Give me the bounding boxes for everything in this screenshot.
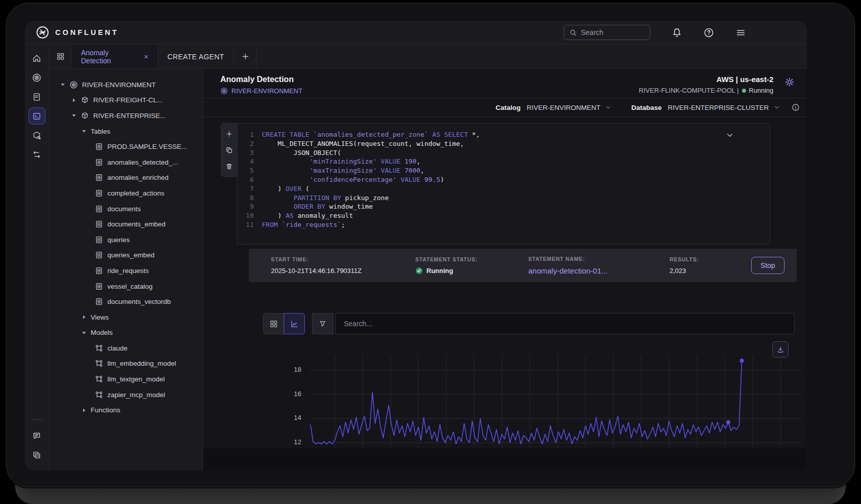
close-tab-icon[interactable]: × xyxy=(144,52,148,61)
tree-item-river-enterprise[interactable]: RIVER-ENTERPRISE... xyxy=(49,108,203,124)
tree-item-river-environment[interactable]: RIVER-ENVIRONMENT xyxy=(49,77,203,93)
tree-item-llm-textgen-model[interactable]: llm_textgen_model xyxy=(49,371,203,387)
breadcrumb-environment[interactable]: RIVER-ENVIRONMENT xyxy=(220,87,302,95)
info-icon[interactable] xyxy=(792,103,800,111)
tree-item-claude[interactable]: claude xyxy=(49,340,203,356)
table-icon xyxy=(95,189,103,198)
catalog-select[interactable]: RIVER-ENVIRONMENT xyxy=(527,104,612,111)
tab-create-agent[interactable]: CREATE AGENT xyxy=(158,45,234,68)
tree-item-views[interactable]: Views xyxy=(49,309,203,325)
caret-down-icon[interactable] xyxy=(82,330,87,335)
catalog-database-bar: Catalog RIVER-ENVIRONMENT Database RIVER… xyxy=(203,98,807,117)
statement-status-bar: START TIME: 2025-10-21T14:46:16.790311Z … xyxy=(249,249,797,282)
tree-item-anomalies-detected[interactable]: anomalies_detected_... xyxy=(49,154,203,170)
caret-down-icon[interactable] xyxy=(82,129,87,134)
delete-statement-button[interactable] xyxy=(221,158,237,174)
tab-anomaly-detection[interactable]: Anomaly Detection × xyxy=(72,45,158,68)
menu-icon[interactable] xyxy=(735,27,746,38)
page-title: Anomaly Detection xyxy=(220,75,302,84)
help-icon[interactable] xyxy=(703,27,714,38)
nav-home-icon[interactable] xyxy=(28,50,46,67)
tree-item-llm-embedding-model[interactable]: llm_embedding_model xyxy=(49,356,203,372)
nav-documents-icon[interactable] xyxy=(28,88,46,105)
tree-item-label: Tables xyxy=(91,128,110,135)
catalog-value: RIVER-ENVIRONMENT xyxy=(527,104,601,111)
tree-item-label: claude xyxy=(107,344,128,352)
tab-strip: Anomaly Detection × CREATE AGENT xyxy=(49,45,807,69)
nav-environments-icon[interactable] xyxy=(28,69,46,86)
tree-item-tables[interactable]: Tables xyxy=(49,124,203,139)
tree-item-ride-requests[interactable]: ride_requests xyxy=(49,263,203,279)
anomaly-chart-plot[interactable] xyxy=(309,353,801,448)
tree-item-functions[interactable]: Functions xyxy=(49,402,203,418)
tree-item-label: Models xyxy=(91,329,113,336)
table-icon xyxy=(95,297,103,306)
stop-button[interactable]: Stop xyxy=(751,257,785,274)
cluster-icon xyxy=(81,111,89,120)
statement-name-label: STATEMENT NAME: xyxy=(528,256,670,262)
page-header: Anomaly Detection RIVER-ENVIRONMENT AWS … xyxy=(203,69,807,98)
code-line: 2 ML_DETECT_ANOMALIES(request_count, win… xyxy=(238,139,770,148)
tree-item-label: zapier_mcp_model xyxy=(107,391,165,399)
rail-top-group xyxy=(28,50,46,163)
y-axis-tick-label: 12 xyxy=(279,438,301,446)
new-tab-button[interactable] xyxy=(234,45,257,68)
tab-label: Anomaly Detection xyxy=(81,49,139,65)
caret-down-icon[interactable] xyxy=(60,82,65,87)
statement-name-value[interactable]: anomaly-detection-01... xyxy=(528,266,670,275)
tree-item-documents[interactable]: documents xyxy=(49,201,203,217)
notifications-bell-icon[interactable] xyxy=(672,27,682,38)
line-number: 10 xyxy=(238,211,262,220)
caret-right-icon[interactable] xyxy=(71,98,76,103)
tree-item-label: RIVER-ENTERPRISE... xyxy=(93,112,166,120)
tree-item-queries-embed[interactable]: queries_embed xyxy=(49,248,203,263)
tree-item-prod-sample-vesse[interactable]: PROD.SAMPLE.VESSE... xyxy=(49,139,203,154)
tree-item-documents-embed[interactable]: documents_embed xyxy=(49,216,203,232)
caret-right-icon[interactable] xyxy=(82,315,87,320)
copy-statement-button[interactable] xyxy=(221,142,237,158)
start-time-value: 2025-10-21T14:46:16.790311Z xyxy=(271,267,415,275)
database-select[interactable]: RIVER-ENTERPRISE-CLUSTER xyxy=(668,104,780,111)
chart-view-button[interactable] xyxy=(284,313,305,334)
shortcuts-icon[interactable] xyxy=(28,446,46,463)
model-icon xyxy=(95,344,103,353)
tree-item-documents-vectordb[interactable]: documents_vectordb xyxy=(49,294,203,309)
table-view-button[interactable] xyxy=(263,313,284,334)
results-chart-svg xyxy=(309,353,801,448)
global-search-input[interactable] xyxy=(581,28,637,36)
main-content: Anomaly Detection RIVER-ENVIRONMENT AWS … xyxy=(203,69,807,471)
feedback-icon[interactable] xyxy=(28,427,46,444)
tree-item-queries[interactable]: queries xyxy=(49,232,203,248)
tree-item-river-freight-cl[interactable]: RIVER-FREIGHT-CL... xyxy=(49,93,203,108)
tab-label: CREATE AGENT xyxy=(168,53,224,61)
line-number: 1 xyxy=(238,130,262,139)
results-toolbar xyxy=(263,313,795,334)
model-icon xyxy=(95,375,103,383)
caret-right-icon[interactable] xyxy=(82,408,87,413)
code-line: 9 ORDER BY window_time xyxy=(238,202,770,211)
global-search[interactable] xyxy=(564,25,650,40)
view-toggle xyxy=(263,313,305,334)
results-column: RESULTS: 2,023 xyxy=(670,256,751,275)
collapse-editor-icon[interactable] xyxy=(725,131,734,140)
workspace-grid-button[interactable] xyxy=(49,45,72,68)
nav-sql-workspace-icon[interactable] xyxy=(28,107,46,125)
filter-button[interactable] xyxy=(312,313,333,334)
tree-item-completed-actions[interactable]: completed_actions xyxy=(49,185,203,201)
nav-connectors-icon[interactable] xyxy=(28,127,46,144)
settings-gear-icon[interactable] xyxy=(785,77,795,87)
tree-item-anomalies-enriched[interactable]: anomalies_enriched xyxy=(49,170,203,186)
line-number: 7 xyxy=(238,184,262,193)
nav-data-flows-icon[interactable] xyxy=(28,146,46,163)
results-count: 2,023 xyxy=(670,267,751,275)
tree-item-models[interactable]: Models xyxy=(49,325,203,341)
cloud-region: AWS | us-east-2 xyxy=(639,75,773,84)
sql-editor[interactable]: 1CREATE TABLE `anomalies_detected_per_zo… xyxy=(237,123,770,245)
start-time-label: START TIME: xyxy=(271,256,415,262)
tree-item-vessel-catalog[interactable]: vessel_catalog xyxy=(49,279,203,294)
add-statement-button[interactable] xyxy=(221,126,237,142)
chevron-down-icon xyxy=(773,104,780,111)
caret-down-icon[interactable] xyxy=(71,113,76,118)
tree-item-zapier-mcp-model[interactable]: zapier_mcp_model xyxy=(49,387,203,403)
results-search-input[interactable] xyxy=(335,313,795,334)
